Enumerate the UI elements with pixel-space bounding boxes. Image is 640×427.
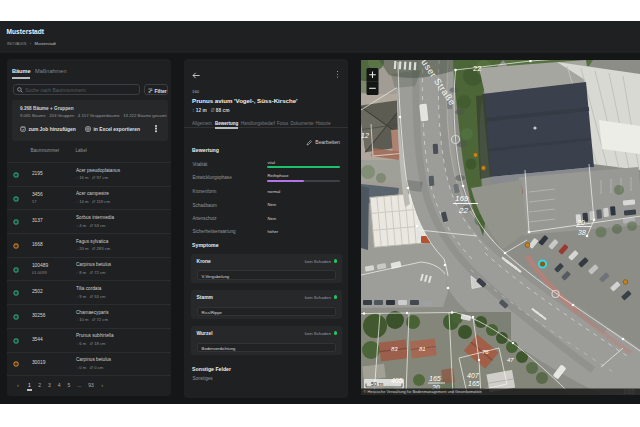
svg-text:© Hessische Verwaltung für Bod: © Hessische Verwaltung für Bodenmanageme… (363, 389, 481, 394)
svg-text:50 m: 50 m (371, 381, 384, 387)
svg-text:22: 22 (473, 64, 481, 73)
svg-text:165: 165 (468, 380, 480, 387)
svg-text:12: 12 (361, 132, 369, 139)
svg-text:81: 81 (419, 346, 426, 352)
svg-text:407: 407 (467, 372, 480, 379)
svg-text:20: 20 (576, 219, 585, 226)
svg-text:83: 83 (391, 346, 398, 352)
svg-text:38: 38 (578, 229, 586, 236)
svg-text:76: 76 (482, 349, 489, 355)
svg-text:165: 165 (429, 375, 441, 382)
svg-text:169: 169 (455, 194, 469, 203)
svg-text:22: 22 (458, 206, 468, 215)
svg-text:47: 47 (507, 357, 514, 363)
